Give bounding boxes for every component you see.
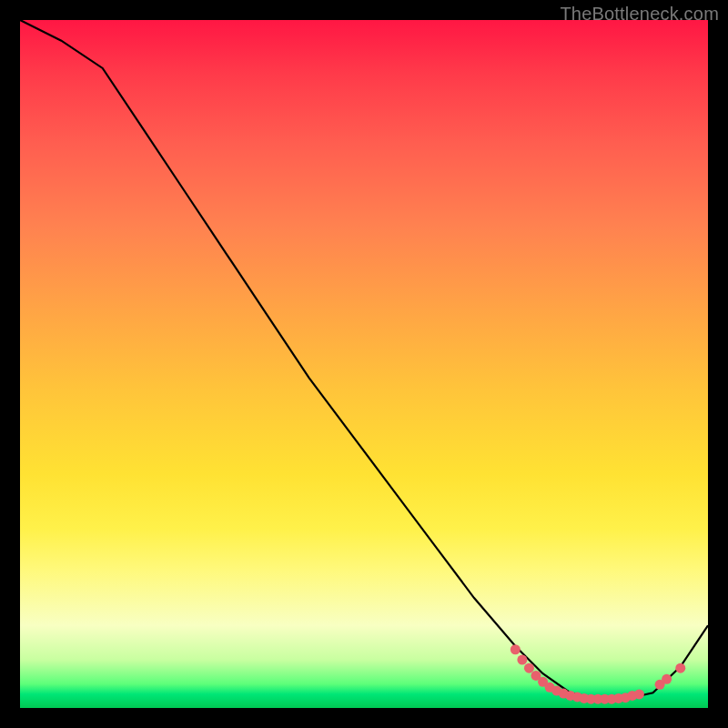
marker-dot xyxy=(517,655,527,665)
attribution-label: TheBottleneck.com xyxy=(560,4,719,25)
marker-dot xyxy=(524,663,534,673)
marker-dots xyxy=(511,644,685,703)
plot-area xyxy=(20,20,708,708)
marker-dot xyxy=(675,663,685,673)
marker-dot xyxy=(634,689,644,699)
marker-dot xyxy=(662,674,672,684)
marker-dot xyxy=(511,644,521,654)
chart-svg xyxy=(20,20,708,708)
bottleneck-curve-line xyxy=(20,20,708,699)
chart-frame: TheBottleneck.com xyxy=(0,0,728,728)
